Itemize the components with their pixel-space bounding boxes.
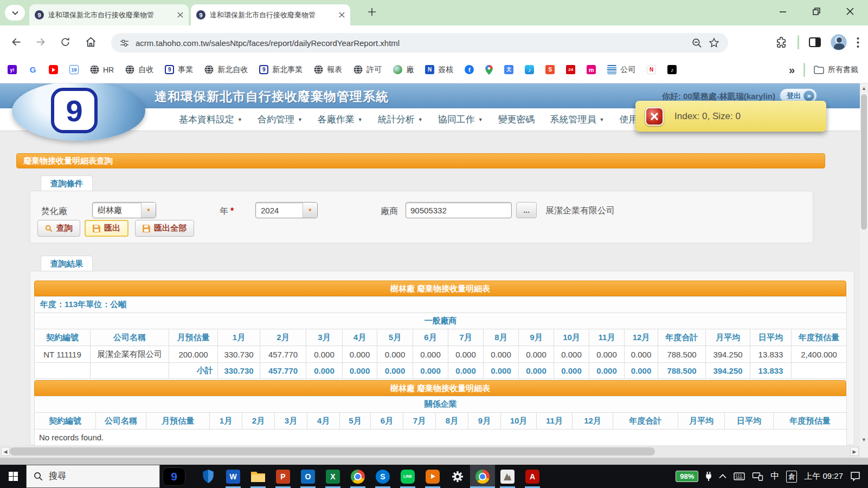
year-select[interactable]: 2024 ▼ [255, 202, 318, 218]
keyboard-icon[interactable] [734, 472, 745, 480]
bookmark-item[interactable]: N [647, 65, 656, 74]
taskbar-app-skype[interactable]: S [370, 465, 395, 488]
nav-item[interactable]: 合約管理▼ [258, 113, 303, 126]
taskbar-app-word[interactable]: W [221, 465, 246, 488]
bookmark-item[interactable]: 文 [504, 65, 513, 74]
close-window-button[interactable] [846, 8, 854, 15]
scroll-left-icon[interactable]: ◀ [1, 447, 10, 456]
display-network-icon[interactable] [752, 472, 763, 481]
taskbar-app-excel[interactable]: X [320, 465, 345, 488]
extensions-icon[interactable] [775, 36, 788, 49]
taskbar-app-chrome-active[interactable] [470, 465, 495, 488]
tray-chevron-up-icon[interactable] [719, 474, 726, 479]
bookmark-item[interactable]: 報表 [314, 65, 342, 75]
chevron-down-icon[interactable]: ▼ [303, 203, 317, 218]
ime-mode-indicator[interactable]: 倉 [786, 471, 797, 483]
plant-select[interactable]: 樹林廠 ▼ [92, 202, 156, 218]
forward-button[interactable] [34, 35, 47, 48]
bookmark-item[interactable]: 公司 [607, 65, 635, 75]
data-cell: 13.833 [750, 346, 792, 363]
export-all-button[interactable]: 匯出全部 [135, 220, 194, 237]
ime-language-indicator[interactable]: 中 [770, 471, 779, 482]
reload-button[interactable] [59, 35, 72, 48]
nav-item[interactable]: 變更密碼 [498, 113, 535, 126]
close-icon[interactable] [177, 12, 183, 18]
taskbar-app-chrome[interactable] [345, 465, 370, 488]
bookmark-item[interactable]: m [587, 65, 596, 74]
minimize-button[interactable] [779, 8, 787, 15]
bookmark-item[interactable]: 9事業 [165, 65, 193, 75]
bookmark-item[interactable]: S [545, 65, 555, 74]
taskbar-clock[interactable]: 上午 09:27 [804, 471, 843, 482]
home-button[interactable] [84, 35, 97, 48]
battery-indicator[interactable]: 98% [676, 471, 698, 482]
horizontal-scroll-thumb[interactable] [10, 447, 655, 456]
taskbar-app-outlook[interactable]: O [295, 465, 320, 488]
bookmark-item[interactable]: 9新北事業 [259, 65, 303, 75]
taskbar-app-powerpoint[interactable]: P [271, 465, 295, 488]
taskbar-app-line[interactable]: LINE [395, 465, 420, 488]
taskbar-search-box[interactable]: 搜尋 [26, 465, 160, 488]
taskbar-app-windows-security[interactable] [196, 465, 221, 488]
new-tab-button[interactable] [368, 8, 376, 18]
taskbar-app-acrobat[interactable]: A [520, 465, 545, 488]
tab-search-button[interactable] [5, 5, 25, 21]
start-button[interactable] [0, 465, 26, 488]
back-button[interactable] [10, 35, 23, 48]
menu-dots-icon[interactable] [857, 37, 859, 48]
bookmark-star-icon[interactable] [709, 37, 719, 48]
browser-tab-1[interactable]: 9 達和環保新北市自行接收廢棄物管 [29, 4, 189, 25]
scroll-down-icon[interactable]: ▼ [860, 437, 868, 443]
profile-avatar[interactable] [831, 34, 847, 50]
bookmark-item[interactable]: ♪ [525, 65, 534, 74]
vendor-browse-button[interactable]: ... [516, 202, 537, 218]
zoom-out-icon[interactable] [692, 38, 702, 48]
bookmark-item[interactable]: 24 [566, 65, 575, 74]
bookmark-item[interactable]: 19 [69, 65, 79, 74]
side-panel-icon[interactable] [809, 37, 821, 47]
scroll-up-icon[interactable]: ▲ [860, 86, 868, 91]
taskbar-app-misc-app[interactable] [495, 465, 520, 488]
url-text[interactable]: acrm.tahoho.com.tw/salesNtpc/faces/repor… [136, 38, 685, 48]
restore-button[interactable] [813, 8, 820, 15]
tab-query-results[interactable]: 查詢結果 [41, 256, 93, 271]
horizontal-scrollbar[interactable]: ◀ ▶ [0, 445, 860, 458]
vendor-input[interactable] [406, 202, 512, 218]
nav-item[interactable]: 協同工作▼ [438, 113, 483, 126]
nav-item[interactable]: 基本資料設定▼ [179, 113, 242, 126]
bookmark-item[interactable]: 自收 [125, 65, 153, 75]
action-center-icon[interactable] [850, 471, 860, 482]
nav-item[interactable]: 各廠作業▼ [318, 113, 363, 126]
nav-item[interactable]: 統計分析▼ [378, 113, 423, 126]
site-info-icon[interactable] [120, 38, 129, 48]
chevron-down-icon[interactable]: ▼ [141, 203, 156, 218]
bookmark-item[interactable]: ♪ [667, 65, 677, 74]
taskbar-app-media-player[interactable] [420, 465, 445, 488]
scroll-right-icon[interactable]: ▶ [850, 447, 859, 456]
nav-item[interactable]: 系統管理員▼ [550, 113, 605, 126]
bookmark-item[interactable]: 新北自收 [204, 65, 248, 75]
browser-tab-2[interactable]: 9 達和環保新北市自行接收廢棄物管 [191, 4, 350, 25]
bookmark-item[interactable]: 許可 [353, 65, 382, 75]
bookmark-item[interactable]: 廠 [393, 65, 414, 75]
bookmark-item[interactable]: N簽核 [425, 65, 453, 75]
tab-query-criteria[interactable]: 查詢條件 [41, 175, 93, 191]
bookmark-item[interactable]: G [28, 65, 37, 74]
vertical-scrollbar[interactable]: ▲ ▼ [860, 83, 868, 458]
error-icon[interactable] [645, 107, 664, 126]
address-bar[interactable]: acrm.tahoho.com.tw/salesNtpc/faces/repor… [111, 33, 728, 53]
taskbar-app-settings[interactable] [445, 465, 470, 488]
bookmarks-overflow-button[interactable]: » [789, 64, 795, 76]
bookmark-item[interactable]: HR [90, 65, 114, 74]
bookmark-item[interactable] [49, 65, 58, 74]
query-button[interactable]: 查詢 [37, 220, 80, 237]
taskbar-app-file-explorer[interactable] [246, 465, 271, 488]
close-icon[interactable] [339, 12, 345, 18]
bookmark-item[interactable]: f [465, 65, 474, 74]
bookmark-item[interactable] [485, 65, 493, 75]
bookmark-item[interactable]: y! [8, 65, 17, 74]
vertical-scroll-thumb[interactable] [861, 94, 867, 230]
all-bookmarks-button[interactable]: 所有書籤 [814, 65, 858, 75]
export-button[interactable]: 匯出 [85, 220, 128, 237]
taskbar-app-tahoho[interactable]: 9 [160, 465, 188, 488]
